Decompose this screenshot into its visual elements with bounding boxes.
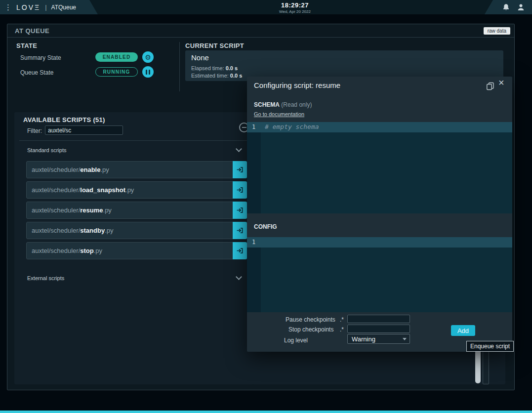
clock: 18:29:27 Wed, Apr 20 2022: [246, 1, 344, 14]
panel-header: AT QUEUE raw data: [7, 24, 514, 38]
schema-readonly-label: (Read only): [281, 101, 312, 108]
elapsed-time-label: Elapsed time:: [191, 65, 224, 71]
log-level-value: Warning: [352, 335, 403, 343]
app-title: ATQueue: [51, 4, 76, 11]
standard-scripts-group-label: Standard scripts: [27, 147, 66, 153]
pause-checkpoints-label: Pause checkpoints: [286, 316, 335, 323]
chevron-down-icon[interactable]: [236, 146, 242, 152]
estimated-time: Estimated time:0.0 s: [191, 73, 242, 79]
script-prefix: auxtel/scheduler/: [32, 227, 80, 234]
summary-state-badge: ENABLED: [95, 52, 138, 62]
notifications-bell-icon[interactable]: [502, 3, 510, 11]
love-logo: LOVΞ: [16, 3, 41, 11]
close-icon[interactable]: ×: [498, 78, 504, 87]
script-path: auxtel/scheduler/standby.py: [32, 222, 113, 239]
modal-title: Configuring script: resume: [254, 81, 340, 89]
script-path: auxtel/scheduler/enable.py: [32, 162, 109, 178]
queue-state-label: Queue State: [20, 69, 53, 76]
enqueue-script-tooltip: Enqueue script: [466, 341, 514, 352]
menu-icon[interactable]: ⋮: [4, 3, 12, 11]
filter-divider: [19, 140, 249, 141]
script-name: stop: [80, 247, 93, 254]
documentation-link[interactable]: Go to documentation: [254, 111, 304, 117]
schema-title: SCHEMA: [254, 101, 280, 108]
line-number: 1: [252, 124, 255, 130]
pause-icon: [146, 70, 147, 75]
enqueue-arrow-icon: [236, 247, 244, 254]
copy-icon[interactable]: [486, 82, 494, 90]
current-script-name: None: [191, 53, 209, 62]
configure-script-button[interactable]: [233, 242, 247, 259]
topbar: ⋮ LOVΞ | ATQueue 18:29:27 Wed, Apr 20 20…: [0, 0, 532, 14]
configure-script-button[interactable]: [233, 222, 247, 239]
script-ext: .py: [103, 206, 112, 214]
script-prefix: auxtel/scheduler/: [32, 247, 80, 254]
pause-regex-hint: .*: [340, 316, 344, 323]
script-row: auxtel/scheduler/load_snapshot.py: [26, 181, 247, 199]
log-level-label: Log level: [284, 337, 308, 344]
chevron-down-icon: [403, 338, 407, 340]
script-row: auxtel/scheduler/resume.py: [26, 202, 247, 219]
schema-heading: SCHEMA (Read only): [254, 101, 312, 108]
estimated-time-value: 0.0 s: [230, 73, 242, 79]
configure-script-button[interactable]: [233, 202, 247, 219]
topbar-left: ⋮ LOVΞ | ATQueue: [0, 0, 98, 14]
configure-script-button[interactable]: [233, 181, 247, 199]
user-icon[interactable]: [517, 3, 525, 11]
clock-date: Wed, Apr 20 2022: [246, 9, 344, 14]
configure-script-modal: Configuring script: resume × SCHEMA (Rea…: [247, 77, 512, 352]
queue-state-badge: RUNNING: [95, 67, 138, 77]
script-ext: .py: [125, 186, 134, 194]
script-prefix: auxtel/scheduler/: [32, 166, 80, 173]
enqueue-arrow-icon: [236, 166, 244, 173]
config-editor[interactable]: 1: [247, 237, 512, 312]
clock-time: 18:29:27: [246, 1, 344, 9]
elapsed-time-value: 0.0 s: [226, 65, 238, 71]
raw-data-button[interactable]: raw data: [484, 27, 510, 35]
active-line-highlight: [247, 237, 512, 248]
available-scripts-title: AVAILABLE SCRIPTS (51): [23, 116, 105, 124]
stop-regex-hint: .*: [340, 326, 344, 333]
enqueue-arrow-icon: [236, 227, 244, 234]
filter-input[interactable]: [45, 125, 123, 135]
line-number: 1: [252, 239, 255, 246]
schema-code: # empty schema: [265, 123, 319, 130]
stop-checkpoints-input[interactable]: [347, 325, 410, 333]
add-button[interactable]: Add: [451, 325, 475, 336]
chevron-down-icon[interactable]: [236, 274, 242, 280]
editor-gutter: [247, 122, 261, 213]
script-name: load_snapshot: [80, 186, 125, 194]
state-divider: [179, 42, 180, 91]
gear-icon: ⚙: [145, 54, 151, 61]
screen: ⋮ LOVΞ | ATQueue 18:29:27 Wed, Apr 20 20…: [0, 0, 532, 413]
script-path: auxtel/scheduler/resume.py: [32, 202, 112, 218]
panel-title: AT QUEUE: [15, 27, 49, 35]
summary-state-settings-button[interactable]: ⚙: [142, 51, 154, 63]
script-path: auxtel/scheduler/load_snapshot.py: [32, 182, 134, 198]
script-row: auxtel/scheduler/stop.py: [26, 242, 247, 259]
filter-label: Filter:: [27, 127, 42, 134]
elapsed-time: Elapsed time:0.0 s: [191, 65, 238, 71]
config-title: CONFIG: [254, 223, 277, 230]
script-prefix: auxtel/scheduler/: [32, 206, 80, 214]
script-name: enable: [80, 166, 100, 173]
script-path: auxtel/scheduler/stop.py: [32, 243, 102, 259]
state-section-title: STATE: [16, 42, 37, 49]
schema-editor: 1 # empty schema: [247, 122, 512, 213]
pause-checkpoints-input[interactable]: [347, 315, 410, 323]
log-level-select[interactable]: Warning: [347, 334, 410, 344]
script-ext: .py: [105, 227, 113, 234]
enqueue-arrow-icon: [236, 186, 244, 194]
bottom-accent-bar: [0, 411, 532, 413]
summary-state-label: Summary State: [20, 54, 61, 61]
editor-gutter: [247, 237, 261, 312]
script-prefix: auxtel/scheduler/: [32, 186, 80, 194]
configure-script-button[interactable]: [233, 161, 247, 178]
topbar-right: [485, 0, 532, 14]
script-row: auxtel/scheduler/enable.py: [26, 161, 247, 178]
stop-checkpoints-label: Stop checkpoints: [288, 326, 333, 333]
estimated-time-label: Estimated time:: [191, 73, 229, 79]
external-scripts-group-label: External scripts: [27, 275, 64, 281]
script-name: resume: [80, 206, 103, 214]
pause-queue-button[interactable]: [142, 66, 154, 78]
